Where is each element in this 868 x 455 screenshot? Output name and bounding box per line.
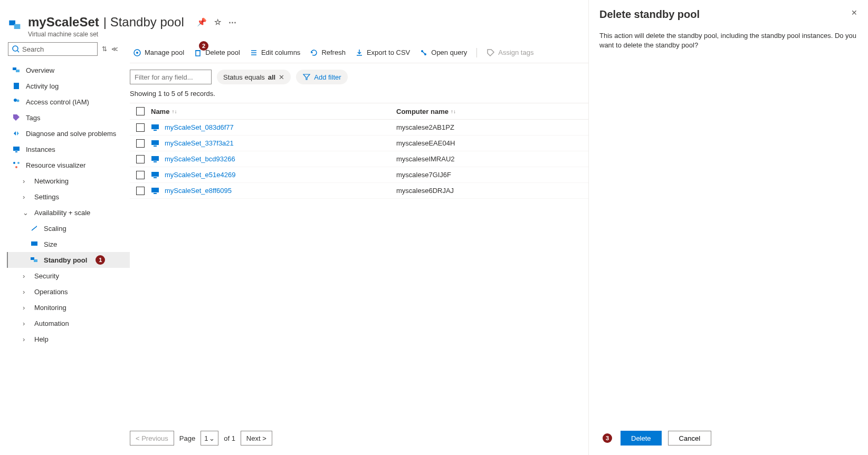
row-checkbox[interactable]: [136, 155, 145, 163]
vm-row-icon: [151, 156, 159, 163]
next-page-button[interactable]: Next >: [241, 431, 272, 446]
callout-2: 2: [199, 41, 208, 51]
instance-link[interactable]: myScaleSet_e8ff6095: [165, 187, 232, 195]
svg-line-27: [422, 51, 425, 54]
sidebar-search[interactable]: Search: [8, 42, 98, 56]
nav-tags[interactable]: Tags: [8, 110, 130, 125]
pagination: < Previous Page 1⌄ of 1 Next >: [130, 431, 272, 446]
manage-pool-button[interactable]: Manage pool: [133, 49, 184, 57]
computer-name: myscalese2AB1PZ: [396, 123, 588, 131]
svg-point-2: [13, 46, 18, 51]
add-filter-button[interactable]: Add filter: [296, 70, 347, 84]
chevron-right-icon: ›: [23, 335, 29, 343]
nav-size[interactable]: Size: [8, 236, 130, 252]
table-row: myScaleSet_e8ff6095myscalese6DRJAJ: [130, 183, 588, 199]
nav-standby-pool[interactable]: Standby pool1: [7, 252, 130, 268]
standby-icon: [30, 256, 39, 264]
sidebar: Search ⇅ ≪ Overview Activity log Access …: [0, 0, 130, 455]
delete-panel: Delete standby pool ✕ This action will d…: [588, 0, 868, 455]
nav-visualizer[interactable]: Resource visualizer: [8, 157, 130, 173]
nav-operations[interactable]: ›Operations: [8, 284, 130, 299]
nav-networking[interactable]: ›Networking: [8, 173, 130, 189]
panel-title: Delete standby pool: [599, 8, 700, 21]
expand-icon[interactable]: ⇅: [102, 45, 107, 53]
nav-scaling[interactable]: Scaling: [8, 220, 130, 236]
svg-point-11: [13, 162, 15, 164]
chevron-right-icon: ›: [23, 193, 29, 201]
svg-point-12: [17, 162, 20, 164]
sort-icon: ↑↓: [451, 109, 456, 114]
svg-rect-10: [15, 151, 17, 152]
collapse-icon[interactable]: ≪: [111, 45, 118, 53]
row-checkbox[interactable]: [136, 123, 145, 132]
nav-settings[interactable]: ›Settings: [8, 189, 130, 205]
delete-button[interactable]: Delete: [621, 431, 662, 446]
column-name[interactable]: Name↑↓: [151, 108, 396, 115]
svg-rect-6: [14, 83, 19, 89]
nav-instances[interactable]: Instances: [8, 141, 130, 157]
nav-activity[interactable]: Activity log: [8, 78, 130, 94]
status-filter-pill[interactable]: Status equals all ✕: [217, 70, 291, 84]
nav-security[interactable]: ›Security: [8, 268, 130, 284]
nav-overview[interactable]: Overview: [8, 62, 130, 78]
svg-point-8: [17, 100, 20, 102]
row-checkbox[interactable]: [136, 139, 145, 148]
visualizer-icon: [12, 161, 21, 169]
vm-row-icon: [151, 140, 159, 147]
instance-link[interactable]: myScaleSet_083d6f77: [165, 123, 234, 131]
instance-link[interactable]: myScaleSet_337f3a21: [165, 139, 234, 147]
chevron-right-icon: ›: [23, 272, 29, 280]
open-query-button[interactable]: Open query: [419, 49, 467, 57]
people-icon: [12, 98, 21, 106]
main-content: Manage pool 2 Delete pool Edit columns R…: [130, 0, 588, 455]
chevron-down-icon: ⌄: [209, 434, 215, 442]
svg-line-3: [17, 51, 19, 52]
vm-row-icon: [151, 171, 159, 179]
column-computer[interactable]: Computer name↑↓: [396, 108, 588, 115]
instance-link[interactable]: myScaleSet_bcd93266: [165, 155, 235, 163]
edit-columns-button[interactable]: Edit columns: [250, 49, 300, 57]
chevron-right-icon: ›: [23, 320, 29, 327]
refresh-button[interactable]: Refresh: [310, 49, 346, 57]
instance-link[interactable]: myScaleSet_e51e4269: [165, 171, 235, 179]
callout-3: 3: [603, 433, 612, 443]
nav-access[interactable]: Access control (IAM): [8, 94, 130, 110]
table-row: myScaleSet_337f3a21myscaleseEAE04H: [130, 135, 588, 151]
panel-body-text: This action will delete the standby pool…: [599, 31, 857, 50]
vm-row-icon: [151, 124, 159, 131]
assign-tags-button: Assign tags: [487, 49, 533, 57]
sort-icon: ↑↓: [171, 109, 177, 114]
svg-rect-31: [154, 146, 157, 147]
remove-filter-icon[interactable]: ✕: [279, 73, 284, 81]
page-select[interactable]: 1⌄: [201, 431, 218, 446]
nav-automation[interactable]: ›Automation: [8, 315, 130, 331]
nav-monitoring[interactable]: ›Monitoring: [8, 299, 130, 315]
records-count-text: Showing 1 to 5 of 5 records.: [130, 90, 588, 98]
svg-point-13: [15, 166, 17, 168]
nav-help[interactable]: ›Help: [8, 331, 130, 347]
cancel-button[interactable]: Cancel: [668, 431, 711, 446]
table-header: Name↑↓ Computer name↑↓: [130, 103, 588, 120]
row-checkbox[interactable]: [136, 171, 145, 179]
toolbar: Manage pool 2 Delete pool Edit columns R…: [130, 42, 588, 63]
svg-rect-9: [13, 147, 20, 151]
delete-pool-button[interactable]: 2 Delete pool: [194, 49, 240, 57]
svg-rect-33: [154, 161, 157, 162]
close-icon[interactable]: ✕: [851, 8, 857, 17]
row-checkbox[interactable]: [136, 187, 145, 195]
svg-rect-5: [16, 70, 20, 72]
filter-field-input[interactable]: [130, 70, 212, 84]
log-icon: [12, 82, 21, 90]
chevron-right-icon: ›: [23, 288, 29, 296]
computer-name: myscaleseIMRAU2: [396, 155, 588, 163]
table-row: myScaleSet_bcd93266myscaleseIMRAU2: [130, 151, 588, 167]
export-csv-button[interactable]: Export to CSV: [355, 49, 410, 57]
nav-availability[interactable]: ⌄Availability + scale: [8, 205, 130, 220]
chevron-down-icon: ⌄: [23, 209, 29, 217]
nav-diagnose[interactable]: Diagnose and solve problems: [8, 125, 130, 141]
page-label: Page: [179, 434, 195, 442]
select-all-checkbox[interactable]: [136, 107, 145, 115]
table-row: myScaleSet_e51e4269myscalese7GIJ6F: [130, 167, 588, 183]
svg-rect-4: [13, 67, 16, 70]
prev-page-button[interactable]: < Previous: [130, 431, 174, 446]
